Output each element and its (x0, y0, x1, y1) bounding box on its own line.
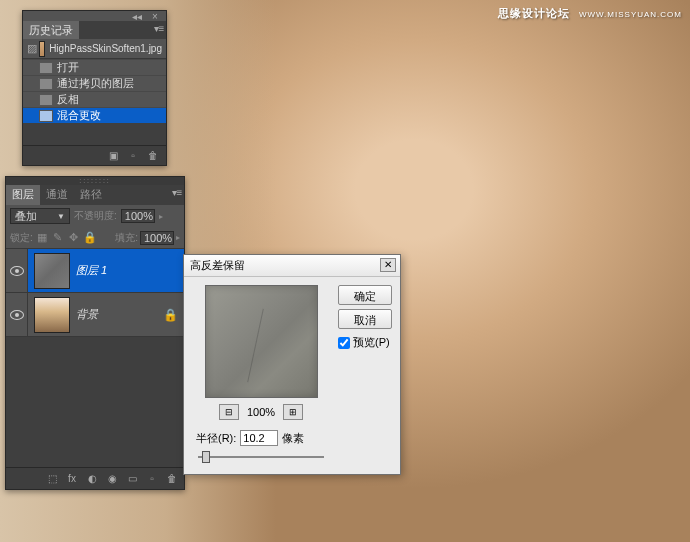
layers-footer: ⬚ fx ◐ ◉ ▭ ▫ 🗑 (6, 467, 184, 489)
collapse-icon[interactable]: ◂◂ (130, 9, 144, 23)
history-step-label: 反相 (57, 92, 79, 107)
layer-row[interactable]: 背景 🔒 (6, 293, 184, 337)
panel-grip[interactable]: :::::::: (6, 177, 184, 185)
zoom-in-button[interactable]: ⊞ (283, 404, 303, 420)
preview-checkbox[interactable] (338, 337, 350, 349)
history-tab[interactable]: 历史记录 (23, 21, 79, 39)
preview-checkbox-row[interactable]: 预览(P) (338, 335, 392, 350)
history-step-label: 混合更改 (57, 108, 101, 123)
document-thumbnail (39, 41, 45, 57)
lock-icon: 🔒 (163, 308, 178, 322)
dialog-titlebar[interactable]: 高反差保留 ✕ (184, 255, 400, 277)
history-item[interactable]: 通过拷贝的图层 (23, 75, 166, 91)
layer-name[interactable]: 图层 1 (76, 263, 107, 278)
preview-label: 预览(P) (353, 335, 390, 350)
filter-preview[interactable] (205, 285, 318, 398)
mask-icon[interactable]: ◐ (84, 472, 100, 486)
slider-thumb[interactable] (202, 451, 210, 463)
visibility-toggle[interactable] (6, 249, 28, 292)
tab-paths[interactable]: 路径 (74, 185, 108, 205)
link-icon[interactable]: ⬚ (44, 472, 60, 486)
layer-thumbnail[interactable] (34, 297, 70, 333)
step-icon (39, 110, 53, 122)
eye-icon (10, 310, 24, 320)
step-icon (39, 94, 53, 106)
lock-move-icon[interactable]: ✥ (67, 231, 81, 245)
layer-row-selected[interactable]: 图层 1 (6, 249, 184, 293)
history-step-label: 通过拷贝的图层 (57, 76, 134, 91)
group-icon[interactable]: ▭ (124, 472, 140, 486)
visibility-toggle[interactable] (6, 293, 28, 336)
zoom-out-button[interactable]: ⊟ (219, 404, 239, 420)
panel-menu-icon[interactable]: ▾≡ (170, 185, 184, 199)
history-item-selected[interactable]: 混合更改 (23, 107, 166, 123)
history-footer: ▣ ▫ 🗑 (23, 145, 166, 165)
new-icon[interactable]: ▫ (126, 149, 140, 163)
fill-value[interactable]: 100% (140, 231, 174, 245)
history-panel[interactable]: ◂◂ × 历史记录 ▾≡ ▨ HighPassSkinSoften1.jpg 打… (22, 10, 167, 166)
step-icon (39, 78, 53, 90)
layer-thumbnail[interactable] (34, 253, 70, 289)
radius-unit: 像素 (282, 431, 304, 446)
layers-panel[interactable]: :::::::: 图层 通道 路径 ▾≡ 叠加▼ 不透明度: 100% ▸ 锁定… (5, 176, 185, 490)
eye-icon (10, 266, 24, 276)
lock-brush-icon[interactable]: ✎ (51, 231, 65, 245)
history-item[interactable]: 反相 (23, 91, 166, 107)
snapshot-icon[interactable]: ▣ (106, 149, 120, 163)
panel-menu-icon[interactable]: ▾≡ (152, 21, 166, 35)
new-layer-icon[interactable]: ▫ (144, 472, 160, 486)
layer-name[interactable]: 背景 (76, 307, 98, 322)
watermark-text: 思缘设计论坛 WWW.MISSYUAN.COM (498, 4, 682, 21)
history-document-row[interactable]: ▨ HighPassSkinSoften1.jpg (23, 39, 166, 59)
fx-icon[interactable]: fx (64, 472, 80, 486)
adjustment-icon[interactable]: ◉ (104, 472, 120, 486)
history-item[interactable]: 打开 (23, 59, 166, 75)
radius-label: 半径(R): (196, 431, 236, 446)
zoom-level: 100% (247, 406, 275, 418)
dialog-title-text: 高反差保留 (190, 258, 245, 273)
high-pass-dialog[interactable]: 高反差保留 ✕ ⊟ 100% ⊞ 半径(R): 像素 确定 取 (183, 254, 401, 475)
brush-icon: ▨ (27, 42, 37, 55)
radius-slider[interactable] (192, 448, 330, 466)
opacity-label: 不透明度: (74, 209, 117, 223)
lock-all-icon[interactable]: 🔒 (83, 231, 97, 245)
history-step-label: 打开 (57, 60, 79, 75)
tab-layers[interactable]: 图层 (6, 185, 40, 205)
close-button[interactable]: ✕ (380, 258, 396, 272)
step-icon (39, 62, 53, 74)
fill-label: 填充: (115, 231, 138, 245)
ok-button[interactable]: 确定 (338, 285, 392, 305)
trash-icon[interactable]: 🗑 (146, 149, 160, 163)
tab-channels[interactable]: 通道 (40, 185, 74, 205)
cancel-button[interactable]: 取消 (338, 309, 392, 329)
panel-controls: ◂◂ × (23, 11, 166, 21)
trash-icon[interactable]: 🗑 (164, 472, 180, 486)
history-list: 打开 通过拷贝的图层 反相 混合更改 (23, 59, 166, 123)
radius-input[interactable] (240, 430, 278, 446)
document-filename: HighPassSkinSoften1.jpg (49, 43, 162, 54)
lock-label: 锁定: (10, 231, 33, 245)
blend-mode-select[interactable]: 叠加▼ (10, 208, 70, 224)
opacity-value[interactable]: 100% (121, 209, 155, 223)
lock-transparency-icon[interactable]: ▦ (35, 231, 49, 245)
